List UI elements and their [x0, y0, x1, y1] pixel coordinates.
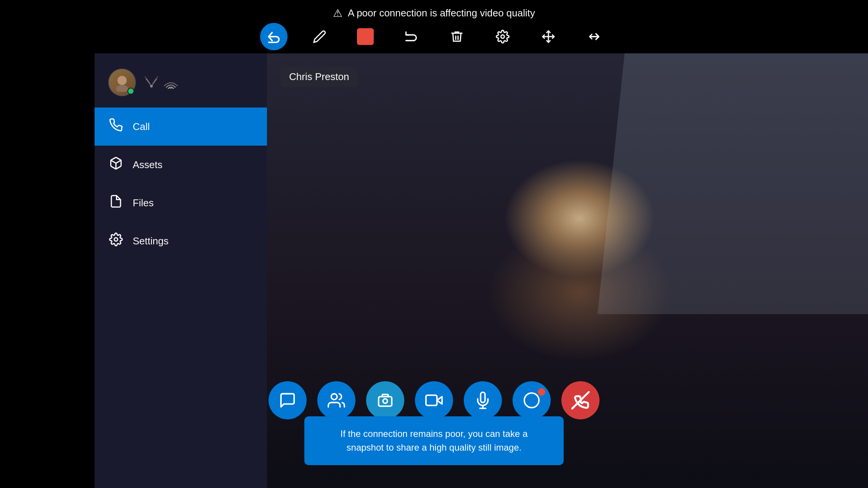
- files-icon: [108, 194, 124, 211]
- sidebar-item-files[interactable]: Files: [95, 184, 267, 222]
- svg-rect-11: [379, 396, 392, 406]
- svg-point-9: [114, 238, 118, 241]
- caller-name-badge: Chris Preston: [281, 67, 358, 87]
- tooltip-text: If the connection remains poor, you can …: [341, 429, 528, 453]
- svg-point-0: [501, 35, 505, 39]
- assets-icon: [108, 156, 124, 173]
- record-button[interactable]: [513, 381, 551, 419]
- snapshot-button[interactable]: [366, 381, 404, 419]
- svg-rect-14: [426, 395, 437, 406]
- svg-point-7: [170, 88, 172, 89]
- settings-nav-icon: [108, 233, 124, 249]
- stop-button[interactable]: [352, 23, 379, 50]
- svg-point-10: [331, 394, 337, 400]
- settings-nav-label: Settings: [133, 235, 169, 247]
- files-nav-label: Files: [133, 197, 154, 209]
- call-nav-label: Call: [133, 121, 150, 133]
- move-button[interactable]: [535, 23, 562, 50]
- sidebar-item-call[interactable]: Call: [95, 108, 267, 146]
- svg-point-6: [151, 85, 153, 87]
- snapshot-tooltip: If the connection remains poor, you can …: [304, 416, 564, 465]
- call-icon: [108, 118, 124, 135]
- expand-button[interactable]: [580, 23, 608, 50]
- svg-marker-13: [437, 396, 442, 404]
- participants-button[interactable]: [317, 381, 355, 419]
- window-background-effect: [598, 53, 868, 314]
- toolbar: [260, 23, 608, 50]
- svg-point-17: [524, 393, 539, 408]
- delete-button[interactable]: [443, 23, 471, 50]
- assets-nav-label: Assets: [133, 159, 162, 171]
- undo-button[interactable]: [397, 23, 425, 50]
- avatar: [108, 69, 136, 96]
- status-online-dot: [127, 88, 134, 95]
- sidebar-profile: [95, 57, 267, 108]
- warning-text: A poor connection is affecting video qua…: [348, 7, 535, 19]
- signal-icon: [143, 73, 179, 92]
- back-button[interactable]: [260, 23, 288, 50]
- svg-point-12: [383, 399, 387, 403]
- sidebar: Call Assets Files: [95, 53, 267, 488]
- settings-toolbar-button[interactable]: [489, 23, 516, 50]
- sidebar-item-settings[interactable]: Settings: [95, 222, 267, 260]
- caller-name: Chris Preston: [289, 71, 349, 82]
- svg-point-4: [116, 85, 128, 92]
- warning-bar: ⚠ A poor connection is affecting video q…: [0, 0, 868, 26]
- svg-point-5: [117, 76, 127, 85]
- pen-button[interactable]: [306, 23, 333, 50]
- warning-icon: ⚠: [333, 7, 342, 19]
- chat-button[interactable]: [268, 381, 307, 419]
- sidebar-item-assets[interactable]: Assets: [95, 146, 267, 184]
- end-call-button[interactable]: [561, 381, 600, 419]
- mute-button[interactable]: [464, 381, 502, 419]
